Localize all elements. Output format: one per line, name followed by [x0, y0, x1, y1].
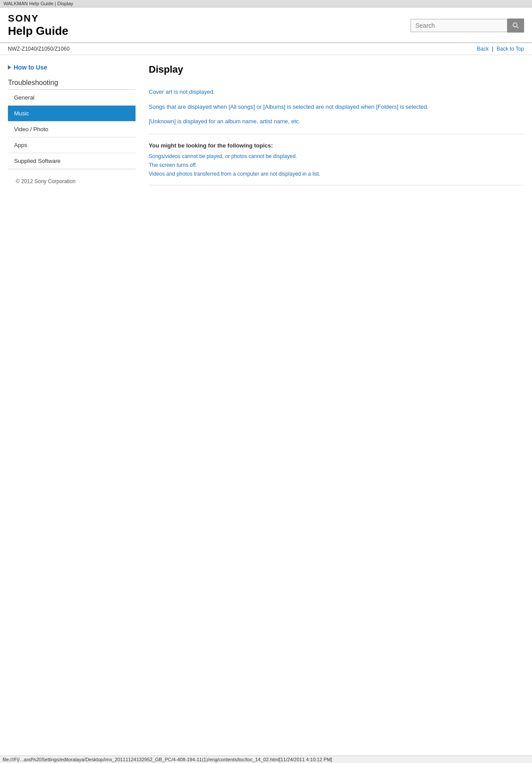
related-link-0[interactable]: Songs/videos cannot be played, or photos…	[149, 153, 524, 159]
sidebar-item-music[interactable]: Music	[8, 106, 136, 122]
sidebar-footer: © 2012 Sony Corporation	[8, 169, 136, 193]
copyright: © 2012 Sony Corporation	[16, 178, 76, 184]
sidebar-item-apps[interactable]: Apps	[8, 137, 136, 153]
content-title: Display	[149, 64, 524, 79]
svg-point-0	[513, 23, 517, 27]
nav-bar-right: Back | Back to Top	[477, 46, 524, 52]
back-to-top-link[interactable]: Back to Top	[497, 46, 524, 52]
main-layout: How to Use Troubleshooting General Music…	[0, 55, 532, 202]
chevron-right-icon	[8, 65, 11, 70]
help-guide-title: Help Guide	[8, 24, 68, 38]
back-link[interactable]: Back	[477, 46, 489, 52]
related-link-1[interactable]: The screen turns off.	[149, 162, 524, 168]
nav-separator: |	[492, 46, 493, 52]
nav-bar: NWZ-Z1040/Z1050/Z1060 Back | Back to Top	[0, 43, 532, 55]
content-link-1[interactable]: Songs that are displayed when [All songs…	[149, 103, 524, 111]
related-topics-label: You might be looking for the following t…	[149, 142, 524, 149]
svg-line-1	[517, 26, 518, 28]
search-icon	[512, 22, 519, 29]
header: SONY Help Guide	[0, 7, 532, 43]
logo-title-group: SONY Help Guide	[8, 13, 68, 38]
search-input[interactable]	[411, 19, 507, 32]
sidebar-item-video-photo-link[interactable]: Video / Photo	[8, 122, 136, 137]
search-area	[411, 18, 524, 33]
sidebar-item-supplied-software[interactable]: Supplied Software	[8, 153, 136, 169]
section-divider	[149, 134, 524, 134]
how-to-use-label: How to Use	[14, 64, 47, 71]
content-area: Display Cover art is not displayed. Song…	[149, 64, 524, 193]
search-button[interactable]	[507, 18, 524, 33]
sidebar-how-to-use[interactable]: How to Use	[8, 64, 136, 71]
sidebar-item-apps-link[interactable]: Apps	[8, 137, 136, 153]
content-link-2[interactable]: [Unknown] is displayed for an album name…	[149, 117, 524, 126]
sidebar-item-general[interactable]: General	[8, 90, 136, 106]
sidebar-item-video-photo[interactable]: Video / Photo	[8, 122, 136, 137]
sidebar-item-general-link[interactable]: General	[8, 90, 136, 105]
sidebar-items: General Music Video / Photo Apps Supplie…	[8, 90, 136, 169]
sidebar-item-music-label[interactable]: Music	[8, 106, 136, 121]
content-bottom-divider	[149, 185, 524, 185]
related-link-2[interactable]: Videos and photos transferred from a com…	[149, 171, 524, 177]
sidebar: How to Use Troubleshooting General Music…	[8, 64, 136, 193]
content-link-0[interactable]: Cover art is not displayed.	[149, 88, 524, 96]
sony-logo: SONY	[8, 13, 68, 24]
troubleshooting-label: Troubleshooting	[8, 79, 136, 90]
browser-title-text: WALKMAN Help Guide | Display	[4, 1, 73, 6]
sidebar-item-supplied-software-link[interactable]: Supplied Software	[8, 153, 136, 169]
browser-title-bar: WALKMAN Help Guide | Display	[0, 0, 532, 7]
device-model: NWZ-Z1040/Z1050/Z1060	[8, 46, 70, 52]
